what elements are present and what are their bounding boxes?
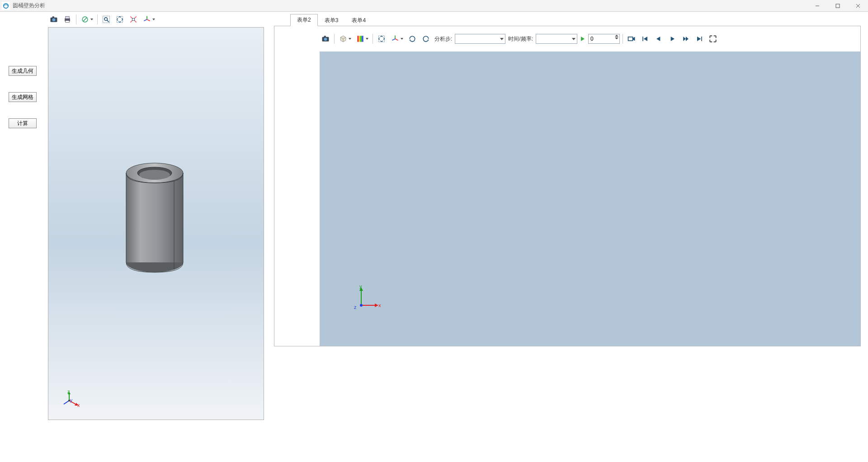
- compute-button[interactable]: 计算: [9, 118, 37, 128]
- svg-point-25: [139, 170, 170, 180]
- play-small-icon[interactable]: [581, 37, 585, 41]
- print-icon[interactable]: [61, 14, 73, 25]
- axes-view-icon[interactable]: [389, 33, 405, 45]
- right-area: 表单2 表单3 表单4: [267, 12, 868, 462]
- svg-rect-50: [642, 37, 643, 41]
- zoom-extents-icon[interactable]: [376, 33, 387, 45]
- dropdown-arrow-icon: [90, 19, 93, 20]
- cube-view-icon[interactable]: [337, 33, 353, 45]
- expand-icon[interactable]: [707, 33, 719, 45]
- frame-stepper[interactable]: 0: [588, 34, 620, 44]
- svg-marker-51: [644, 37, 647, 41]
- go-first-icon[interactable]: [639, 33, 651, 45]
- axes-view-icon[interactable]: [141, 14, 156, 25]
- maximize-button[interactable]: [827, 0, 848, 12]
- axis-x-label: x: [378, 303, 381, 308]
- generate-geometry-button[interactable]: 生成几何: [9, 66, 37, 76]
- circle-slash-icon[interactable]: [79, 14, 94, 25]
- generate-mesh-button[interactable]: 生成网格: [9, 92, 37, 102]
- tab-bar: 表单2 表单3 表单4: [274, 15, 861, 26]
- axis-x-label: x: [77, 402, 80, 408]
- frame-value: 0: [590, 36, 594, 42]
- window-title: 圆桶壁热分析: [13, 2, 45, 9]
- step-back-icon[interactable]: [653, 33, 665, 45]
- right-toolbar: 分析步: 时间/频率: 0: [274, 26, 860, 51]
- right-panel: 分析步: 时间/频率: 0: [274, 26, 861, 346]
- dropdown-arrow-icon: [366, 38, 368, 40]
- geometry-viewport[interactable]: z x y: [48, 27, 264, 420]
- analysis-step-label: 分析步:: [434, 35, 452, 43]
- record-icon[interactable]: [626, 33, 637, 45]
- svg-line-44: [395, 39, 398, 40]
- left-toolbar: [45, 13, 267, 26]
- svg-rect-48: [628, 37, 633, 41]
- svg-rect-38: [357, 36, 359, 42]
- svg-rect-41: [362, 36, 363, 42]
- cylinder-model: [125, 162, 184, 273]
- camera-icon[interactable]: [320, 33, 331, 45]
- dropdown-arrow-icon: [152, 19, 155, 20]
- svg-line-19: [147, 19, 150, 21]
- svg-rect-16: [117, 16, 123, 22]
- svg-rect-37: [324, 36, 326, 37]
- svg-line-45: [392, 39, 395, 40]
- svg-rect-40: [360, 36, 362, 42]
- svg-line-20: [144, 19, 147, 21]
- axis-z-label: z: [67, 389, 70, 394]
- zoom-window-icon[interactable]: [100, 14, 112, 25]
- svg-rect-39: [359, 36, 360, 42]
- minimize-button[interactable]: [807, 0, 827, 12]
- dropdown-arrow-icon: [401, 38, 403, 40]
- svg-point-62: [360, 304, 363, 307]
- svg-line-33: [64, 401, 69, 404]
- svg-line-15: [107, 20, 109, 22]
- axis-triad: y x z: [353, 285, 380, 313]
- tab-form4[interactable]: 表单4: [345, 14, 373, 26]
- title-bar: 圆桶壁热分析: [0, 0, 868, 12]
- axis-y-label: y: [359, 284, 362, 289]
- axis-z-label: z: [354, 304, 357, 310]
- fast-forward-icon[interactable]: [680, 33, 692, 45]
- svg-point-14: [104, 18, 108, 21]
- zoom-selection-icon[interactable]: [127, 14, 139, 25]
- play-icon[interactable]: [666, 33, 678, 45]
- tab-form3[interactable]: 表单3: [318, 14, 345, 26]
- svg-rect-10: [66, 21, 69, 23]
- svg-point-36: [324, 38, 327, 41]
- svg-marker-55: [686, 37, 689, 41]
- svg-marker-54: [683, 37, 686, 41]
- tab-form2[interactable]: 表单2: [290, 14, 318, 26]
- svg-rect-57: [701, 37, 702, 41]
- left-view-panel: z x y: [45, 12, 267, 462]
- svg-marker-61: [375, 303, 378, 307]
- rotate-cw-icon[interactable]: [406, 33, 418, 45]
- analysis-step-combo[interactable]: [455, 34, 505, 44]
- svg-rect-9: [66, 16, 69, 19]
- action-sidebar: 生成几何 生成网格 计算: [0, 12, 45, 462]
- color-map-icon[interactable]: [354, 33, 370, 45]
- svg-rect-7: [52, 16, 54, 18]
- time-freq-label: 时间/频率:: [508, 35, 533, 43]
- svg-rect-2: [836, 4, 840, 8]
- svg-marker-56: [697, 37, 701, 41]
- results-viewport[interactable]: y x z: [320, 51, 860, 346]
- svg-point-6: [52, 19, 56, 22]
- go-last-icon[interactable]: [693, 33, 705, 45]
- svg-rect-22: [126, 173, 183, 262]
- camera-icon[interactable]: [48, 14, 60, 25]
- dropdown-arrow-icon: [349, 38, 351, 40]
- svg-marker-53: [671, 37, 675, 41]
- app-icon: [2, 2, 10, 10]
- svg-marker-52: [656, 37, 660, 41]
- axis-triad: z x y: [64, 392, 82, 410]
- close-button[interactable]: [848, 0, 868, 12]
- svg-rect-42: [378, 36, 384, 42]
- zoom-extents-icon[interactable]: [114, 14, 126, 25]
- time-freq-combo[interactable]: [536, 34, 577, 44]
- axis-y-label: y: [70, 398, 72, 403]
- rotate-ccw-icon[interactable]: [420, 33, 432, 45]
- svg-line-12: [83, 18, 87, 21]
- svg-point-0: [4, 3, 9, 8]
